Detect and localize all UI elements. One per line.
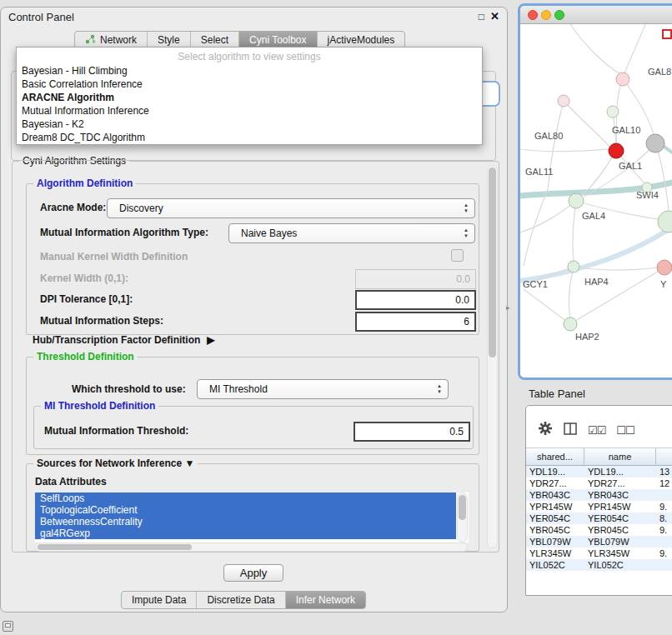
tab-style[interactable]: Style bbox=[148, 32, 191, 48]
control-panel-titlebar: Control Panel □ ✕ bbox=[1, 8, 507, 26]
network-nodes[interactable] bbox=[558, 72, 672, 331]
mi-threshold-label: Mutual Information Threshold: bbox=[44, 425, 188, 437]
mi-steps-input[interactable]: 6 bbox=[355, 312, 476, 332]
hub-definition-expander[interactable]: Hub/Transcription Factor Definition ▶ bbox=[33, 334, 215, 346]
mi-steps-label: Mutual Information Steps: bbox=[40, 315, 163, 327]
minimize-light-icon[interactable] bbox=[541, 10, 551, 20]
dropdown-item-aracne[interactable]: ARACNE Algorithm bbox=[17, 91, 482, 104]
tab-discretize-data[interactable]: Discretize Data bbox=[197, 592, 285, 608]
mi-type-select[interactable]: Naive Bayes ▲▼ bbox=[228, 223, 475, 243]
collapsed-arrow-icon: ▶ bbox=[207, 334, 214, 346]
table-body: YDL19...YDL19...13 YDR27...YDR27...12 YB… bbox=[526, 466, 672, 571]
node-label: GAL1 bbox=[619, 161, 642, 171]
network-node[interactable] bbox=[658, 211, 672, 232]
mi-type-label: Mutual Information Algorithm Type: bbox=[40, 227, 208, 238]
dropdown-item-bayesian-hill[interactable]: Bayesian - Hill Climbing bbox=[17, 64, 482, 78]
network-node[interactable] bbox=[568, 261, 579, 272]
table-row[interactable]: YLR345WYLR345W9. bbox=[526, 548, 672, 559]
dropdown-item-bayesian-k2[interactable]: Bayesian - K2 bbox=[17, 118, 482, 131]
apply-button[interactable]: Apply bbox=[223, 564, 283, 582]
list-item-selected[interactable]: TopologicalCoefficient bbox=[35, 504, 456, 516]
group-title: Threshold Definition bbox=[33, 351, 138, 362]
restore-panel-icon[interactable] bbox=[3, 621, 13, 632]
selected-value: Discovery bbox=[119, 202, 163, 214]
settings-vertical-scrollbar[interactable] bbox=[487, 165, 498, 548]
network-node[interactable] bbox=[558, 95, 569, 107]
node-label: HAP2 bbox=[575, 332, 599, 342]
table-row[interactable]: YPR145WYPR145W9. bbox=[526, 501, 672, 512]
network-node-gray[interactable] bbox=[646, 134, 664, 152]
tab-impute-data[interactable]: Impute Data bbox=[122, 592, 197, 608]
network-node[interactable] bbox=[569, 193, 584, 208]
tab-cyni-toolbox[interactable]: Cyni Toolbox bbox=[239, 32, 317, 48]
algorithm-definition-group: Algorithm Definition Aracne Mode: Discov… bbox=[26, 183, 479, 335]
tab-label: Impute Data bbox=[132, 594, 186, 606]
close-icon[interactable]: ✕ bbox=[490, 10, 499, 22]
column-header-shared-name[interactable]: shared... bbox=[526, 448, 584, 465]
sources-expander[interactable]: Sources for Network Inference ▼ bbox=[33, 458, 198, 469]
dropdown-item-dream8[interactable]: Dream8 DC_TDC Algorithm bbox=[17, 131, 482, 144]
network-node-red[interactable] bbox=[609, 143, 624, 158]
network-canvas[interactable]: GAL80 GAL10 GAL11 GAL1 SWI4 GAL4 GCY1 HA… bbox=[520, 24, 672, 378]
column-header-partial[interactable] bbox=[656, 448, 672, 465]
table-row[interactable]: YDL19...YDL19...13 bbox=[526, 466, 672, 478]
select-all-icon[interactable]: ☑☑ bbox=[588, 424, 605, 437]
node-label: GAL8 bbox=[648, 67, 671, 77]
network-node-pink[interactable] bbox=[657, 260, 672, 275]
list-vertical-scrollbar[interactable] bbox=[457, 492, 468, 542]
sources-title: Sources for Network Inference bbox=[37, 458, 182, 469]
list-item-selected[interactable]: gal4RGexp bbox=[35, 528, 456, 539]
settings-gear-icon[interactable] bbox=[538, 421, 553, 439]
selected-value: MI Threshold bbox=[209, 383, 268, 395]
network-node[interactable] bbox=[616, 72, 629, 86]
tab-infer-network[interactable]: Infer Network bbox=[286, 592, 365, 608]
tab-label: Network bbox=[100, 34, 137, 46]
float-window-icon[interactable]: □ bbox=[479, 11, 484, 22]
dropdown-item-basic-correlation[interactable]: Basic Correlation Inference bbox=[17, 78, 482, 91]
manual-kernel-checkbox[interactable] bbox=[451, 249, 464, 262]
list-horizontal-scrollbar[interactable] bbox=[35, 542, 468, 552]
dpi-tolerance-input[interactable]: 0.0 bbox=[355, 290, 476, 310]
dpi-tolerance-label: DPI Tolerance [0,1]: bbox=[40, 293, 133, 305]
threshold-definition-group: Threshold Definition Which threshold to … bbox=[26, 357, 479, 455]
column-visibility-icon[interactable] bbox=[564, 422, 577, 438]
zoom-light-icon[interactable] bbox=[554, 10, 564, 20]
dropdown-item-mutual-information[interactable]: Mutual Information Inference bbox=[17, 104, 482, 118]
deselect-all-icon[interactable]: ☐☐ bbox=[616, 424, 634, 437]
mi-threshold-input[interactable]: 0.5 bbox=[354, 422, 470, 442]
network-window-titlebar[interactable] bbox=[520, 6, 672, 24]
list-item-selected[interactable]: SelfLoops bbox=[35, 492, 456, 504]
table-row[interactable]: YBR045CYBR045C9. bbox=[526, 524, 672, 536]
sources-group: Sources for Network Inference ▼ Data Att… bbox=[26, 463, 479, 552]
column-header-name[interactable]: name bbox=[584, 448, 656, 465]
node-label: GAL11 bbox=[525, 167, 553, 177]
table-row[interactable]: YDR27...YDR27...12 bbox=[526, 478, 672, 489]
close-light-icon[interactable] bbox=[528, 10, 538, 20]
table-row[interactable]: YBL079WYBL079W bbox=[526, 536, 672, 548]
tab-label: Style bbox=[158, 34, 180, 46]
tab-network[interactable]: Network bbox=[75, 32, 148, 48]
network-view-window: GAL80 GAL10 GAL11 GAL1 SWI4 GAL4 GCY1 HA… bbox=[518, 3, 672, 380]
network-node[interactable] bbox=[564, 318, 577, 331]
threshold-select[interactable]: MI Threshold ▲▼ bbox=[197, 379, 449, 399]
panel-divider-handle[interactable]: ▸ bbox=[506, 303, 510, 312]
scrollbar-thumb[interactable] bbox=[38, 544, 192, 550]
node-label: SWI4 bbox=[636, 190, 659, 200]
tab-select[interactable]: Select bbox=[191, 32, 239, 48]
selection-rectangle bbox=[662, 29, 672, 39]
tab-jactivemodules[interactable]: jActiveModules bbox=[318, 32, 405, 48]
network-node[interactable] bbox=[607, 106, 619, 118]
table-row[interactable]: YBR043CYBR043C bbox=[526, 489, 672, 501]
scrollbar-thumb[interactable] bbox=[459, 495, 466, 520]
table-header: shared... name bbox=[526, 448, 672, 466]
tab-label: Cyni Toolbox bbox=[249, 34, 306, 46]
table-row[interactable]: YIL052CYIL052C bbox=[526, 559, 672, 571]
scrollbar-thumb[interactable] bbox=[489, 168, 496, 358]
kernel-width-input[interactable]: 0.0 bbox=[355, 269, 476, 289]
list-item-selected[interactable]: BetweennessCentrality bbox=[35, 516, 456, 528]
expanded-arrow-icon: ▼ bbox=[184, 458, 194, 469]
aracne-mode-select[interactable]: Discovery ▲▼ bbox=[107, 198, 475, 218]
spinner-arrows-icon: ▲▼ bbox=[437, 383, 442, 395]
apply-label: Apply bbox=[240, 567, 268, 579]
table-row[interactable]: YER054CYER054C8. bbox=[526, 512, 672, 524]
